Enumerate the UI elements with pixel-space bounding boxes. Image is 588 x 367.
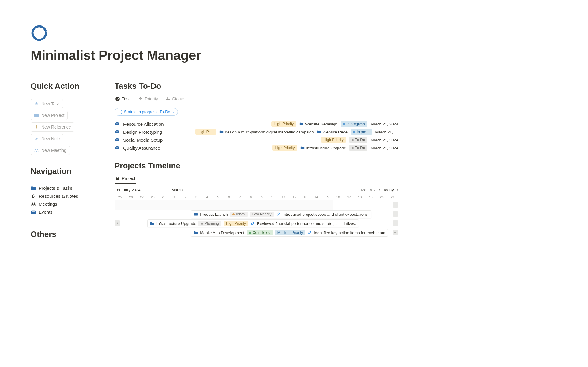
day-column: 28 (147, 194, 158, 200)
qa-icon (34, 125, 39, 129)
day-column: 18 (354, 194, 365, 200)
nav-meetings[interactable]: Meetings (31, 200, 101, 208)
task-row[interactable]: Design PrototypingHigh Pr…design a multi… (115, 128, 398, 136)
quick-action-new-note[interactable]: New Note (31, 134, 63, 143)
priority-pill: Low Priority (250, 212, 274, 217)
others-heading: Others (31, 230, 101, 239)
timeline-card[interactable]: Infrastructure UpgradePlanningHigh Prior… (147, 219, 359, 227)
month-label-1: February 2024 (115, 188, 172, 192)
svg-rect-6 (32, 212, 35, 213)
add-icon[interactable]: + (115, 220, 120, 226)
quick-action-new-project[interactable]: 6">New Project (31, 111, 68, 120)
svg-point-4 (34, 202, 35, 204)
chevron-down-icon: ⌄ (373, 188, 376, 192)
app-logo-icon (31, 24, 48, 42)
priority-pill: High Priority (271, 121, 296, 127)
task-row[interactable]: Resource AllocationHigh PriorityWebsite … (115, 120, 398, 128)
day-column: 11 (278, 194, 289, 200)
folder-icon (194, 230, 198, 235)
day-column: 12 (289, 194, 300, 200)
day-column: 2 (180, 194, 191, 200)
quick-action-new-task[interactable]: New Task (31, 99, 63, 108)
qa-icon (34, 136, 39, 141)
cloud-upload-icon (115, 137, 120, 143)
timeline-heading: Projects Timeline (115, 161, 398, 170)
divider (31, 242, 101, 242)
task-row[interactable]: Quality AssuranceHigh PriorityInfrastruc… (115, 144, 398, 152)
day-column: 3 (191, 194, 202, 200)
day-column: 26 (126, 194, 137, 200)
quick-action-new-meeting[interactable]: New Meeting (31, 146, 70, 155)
day-column: 21 (387, 194, 398, 200)
priority-pill: High Priority (224, 221, 248, 226)
timeline-note: Identified key action items for each tea… (314, 230, 385, 235)
day-column: 14 (311, 194, 322, 200)
day-column: 13 (300, 194, 311, 200)
timeline-row: Product LaunchInboxLow PriorityIntroduce… (115, 210, 398, 219)
next-button[interactable]: › (397, 188, 398, 192)
cloud-upload-icon (115, 145, 120, 151)
svg-rect-8 (167, 97, 168, 99)
priority-pill: High Pr… (195, 129, 216, 135)
task-date: March 21, 2024 (371, 122, 398, 126)
timeline-card[interactable]: Mobile App DevelopmentCompletedMedium Pr… (191, 229, 388, 237)
nav-icon (31, 201, 36, 207)
svg-point-0 (32, 26, 46, 40)
view-selector[interactable]: Month ⌄ (361, 188, 375, 192)
task-row[interactable]: Social Media SetupHigh PriorityTo-DoMarc… (115, 136, 398, 144)
qa-icon (34, 148, 39, 153)
tab-task[interactable]: Task (115, 95, 131, 104)
day-column: 9 (256, 194, 267, 200)
project-chip: Website Rede (317, 130, 347, 134)
task-date: March 21, 2024 (371, 138, 398, 142)
project-name: Mobile App Development (200, 230, 244, 235)
day-column: 7 (235, 194, 246, 200)
nav-events[interactable]: Events (31, 208, 101, 216)
timeline-row: Mobile App DevelopmentCompletedMedium Pr… (115, 228, 398, 237)
project-name: Infrastructure Upgrade (156, 221, 196, 226)
day-column: 25 (115, 194, 126, 200)
qa-icon (34, 101, 39, 106)
qa-icon: 6"> (34, 113, 39, 118)
svg-line-15 (119, 113, 119, 113)
nav-resources-notes[interactable]: Resources & Notes (31, 192, 101, 200)
folder-icon (150, 221, 154, 226)
quick-action-heading: Quick Action (31, 81, 101, 91)
continue-arrow-icon[interactable]: → (393, 211, 398, 217)
page-title: Minimalist Project Manager (31, 48, 398, 63)
tab-project[interactable]: Project (115, 174, 136, 184)
day-column: 16 (333, 194, 344, 200)
cloud-upload-icon (115, 121, 120, 127)
prev-button[interactable]: ‹ (379, 188, 380, 192)
chevron-down-icon: ⌄ (172, 110, 175, 114)
svg-point-3 (32, 202, 33, 204)
tab-priority[interactable]: Priority (138, 95, 159, 104)
stage-pill: Completed (247, 230, 273, 235)
tab-status[interactable]: Status (165, 95, 185, 104)
task-name: Quality Assurance (123, 145, 160, 151)
nav-projects-tasks[interactable]: Projects & Tasks (31, 184, 101, 192)
today-button[interactable]: Today (383, 188, 394, 192)
continue-arrow-icon[interactable]: → (393, 220, 398, 226)
svg-line-11 (121, 110, 121, 111)
quick-action-new-reference[interactable]: New Reference (31, 122, 74, 132)
continue-arrow-icon[interactable]: → (393, 230, 398, 235)
day-column: 29 (158, 194, 169, 200)
sliders-icon (165, 96, 170, 101)
month-label-2: March (172, 188, 183, 192)
priority-pill: High Priority (321, 137, 346, 143)
project-chip: Infrastructure Upgrade (300, 146, 346, 150)
day-column: 5 (213, 194, 224, 200)
day-column: 17 (344, 194, 355, 200)
priority-pill: High Priority (272, 145, 297, 151)
note-icon (307, 230, 312, 235)
note-icon (276, 212, 280, 216)
day-column: 8 (245, 194, 256, 200)
tasks-heading: Tasks To-Do (115, 81, 398, 91)
timeline-card[interactable]: Product LaunchInboxLow PriorityIntroduce… (191, 210, 371, 218)
continue-arrow-icon[interactable]: → (393, 202, 398, 208)
stage-pill: Inbox (230, 212, 247, 217)
status-filter-pill[interactable]: Status: In progress, To-Do ⌄ (115, 108, 178, 116)
divider (31, 95, 101, 95)
timeline-row: +Infrastructure UpgradePlanningHigh Prio… (115, 219, 398, 228)
